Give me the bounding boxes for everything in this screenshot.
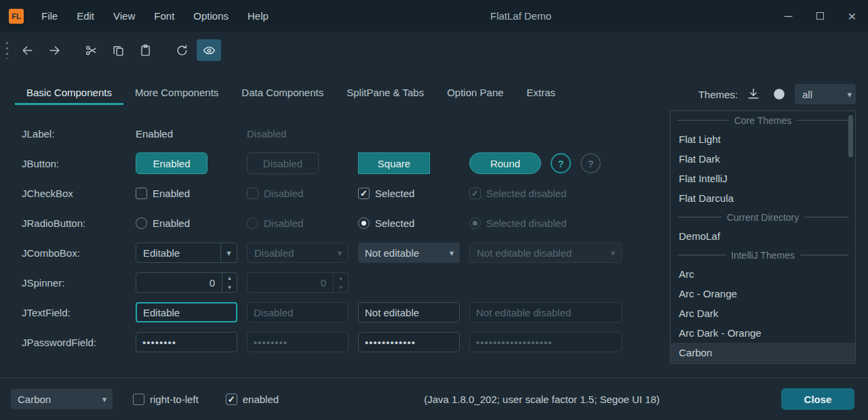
menu-options[interactable]: Options — [184, 5, 238, 26]
spinner-value: 0 — [248, 273, 333, 292]
jcheckbox-row-label: JCheckBox — [22, 188, 136, 199]
spinner-arrows — [222, 273, 237, 292]
theme-item-flat-intellij[interactable]: Flat IntelliJ — [671, 169, 855, 188]
window-title: FlatLaf Demo — [490, 10, 551, 22]
passwordfield-editable[interactable]: •••••••• — [136, 332, 237, 352]
spinner-enabled[interactable]: 0 — [136, 272, 237, 293]
checkbox-label: Selected — [375, 188, 414, 199]
checkbox-label: enabled — [243, 394, 279, 405]
download-themes-button[interactable] — [743, 84, 764, 104]
textfield-disabled[interactable]: Disabled — [247, 302, 349, 322]
theme-item-flat-darcula[interactable]: Flat Darcula — [671, 188, 855, 208]
checkbox-disabled[interactable]: Disabled — [247, 188, 303, 199]
right-to-left-checkbox[interactable]: right-to-left — [133, 394, 199, 405]
enabled-button[interactable]: Enabled — [136, 152, 208, 174]
combobox-disabled[interactable]: Disabled ▾ — [247, 243, 349, 263]
app-logo: FL — [9, 9, 24, 24]
theme-list-scrollbar[interactable] — [848, 115, 853, 157]
checkbox-label: Selected disabled — [486, 188, 566, 199]
maximize-button[interactable] — [804, 0, 836, 32]
combobox-not-editable[interactable]: Not editable ▾ — [358, 243, 460, 263]
textfield-value: Editable — [143, 307, 180, 318]
chevron-down-icon[interactable]: ▾ — [220, 243, 237, 262]
theme-item-arc[interactable]: Arc — [671, 264, 855, 284]
checkbox-checked-icon — [358, 188, 370, 199]
minimize-icon: ─ — [785, 10, 792, 22]
radio-enabled[interactable]: Enabled — [136, 217, 190, 229]
theme-item-arc-orange[interactable]: Arc - Orange — [671, 284, 855, 303]
lookandfeel-combobox[interactable]: Carbon ▾ — [11, 389, 113, 409]
menu-edit[interactable]: Edit — [67, 5, 104, 26]
help-button[interactable]: ? — [551, 153, 571, 173]
theme-item-carbon[interactable]: Carbon — [671, 343, 855, 362]
tab-more-components[interactable]: More Components — [123, 80, 230, 105]
theme-item-flat-dark[interactable]: Flat Dark — [671, 149, 855, 169]
radio-selected-disabled[interactable]: Selected disabled — [469, 217, 566, 229]
close-window-button[interactable]: × — [836, 0, 868, 32]
theme-item-flat-light[interactable]: Flat Light — [671, 129, 855, 149]
tab-extras[interactable]: Extras — [515, 80, 568, 105]
basic-components-panel: JLabel: Enabled Disabled JButton: Enable… — [22, 119, 622, 357]
round-button[interactable]: Round — [469, 152, 541, 174]
textfield-not-editable[interactable]: Not editable — [358, 302, 460, 322]
forward-button[interactable] — [42, 39, 66, 61]
combobox-not-editable-disabled[interactable]: Not editable disabled ▾ — [469, 243, 622, 263]
show-hidden-toggle-button[interactable] — [197, 39, 221, 61]
disabled-button[interactable]: Disabled — [247, 152, 319, 174]
paste-icon — [139, 44, 152, 57]
tab-data-components[interactable]: Data Components — [230, 80, 335, 105]
refresh-button[interactable] — [170, 39, 194, 61]
checkbox-selected[interactable]: Selected — [358, 188, 414, 199]
checkbox-enabled[interactable]: Enabled — [136, 188, 190, 199]
paste-button[interactable] — [133, 39, 157, 61]
chevron-down-icon[interactable]: ▾ — [96, 389, 113, 409]
textfield-value: Not editable — [365, 307, 419, 318]
textfield-editable[interactable]: Editable — [136, 302, 237, 322]
theme-filter-combobox[interactable]: all ▾ — [795, 84, 856, 104]
tab-splitpane-tabs[interactable]: SplitPane & Tabs — [335, 80, 435, 105]
window-controls: ─ × — [772, 0, 868, 32]
radio-label: Selected disabled — [486, 217, 566, 229]
help-button-disabled[interactable]: ? — [580, 153, 601, 173]
passwordfield-not-editable-disabled[interactable]: •••••••••••••••••• — [469, 332, 622, 352]
password-dots: •••••••• — [254, 337, 288, 348]
spinner-up-icon[interactable] — [222, 273, 237, 282]
menu-file[interactable]: File — [32, 5, 67, 26]
jcheckbox-row: JCheckBox Enabled Disabled Selected — [22, 178, 622, 208]
toolbar-grip[interactable] — [6, 42, 8, 59]
download-icon — [747, 87, 760, 101]
spinner-value[interactable]: 0 — [136, 273, 222, 292]
radio-disabled[interactable]: Disabled — [247, 217, 303, 229]
radio-selected[interactable]: Selected — [358, 217, 414, 229]
passwordfield-disabled[interactable]: •••••••• — [247, 332, 349, 352]
theme-item-arc-dark[interactable]: Arc Dark — [671, 303, 855, 323]
tab-basic-components[interactable]: Basic Components — [15, 80, 123, 105]
cut-button[interactable] — [79, 39, 103, 61]
back-button[interactable] — [15, 39, 39, 61]
checkbox-selected-disabled[interactable]: Selected disabled — [469, 188, 566, 199]
passwordfield-not-editable[interactable]: •••••••••••• — [358, 332, 460, 352]
theme-item-arc-dark-orange[interactable]: Arc Dark - Orange — [671, 323, 855, 343]
menu-help[interactable]: Help — [238, 5, 278, 26]
back-icon — [21, 44, 34, 57]
menu-view[interactable]: View — [104, 5, 144, 26]
chevron-down-icon[interactable]: ▾ — [443, 243, 460, 263]
jtextfield-row: JTextField: Editable Disabled Not editab… — [22, 297, 622, 327]
theme-item-demolaf[interactable]: DemoLaf — [671, 226, 855, 246]
theme-filter-value: all — [802, 89, 847, 100]
minimize-button[interactable]: ─ — [772, 0, 804, 32]
textfield-not-editable-disabled[interactable]: Not editable disabled — [469, 302, 622, 322]
spinner-disabled[interactable]: 0 — [247, 272, 349, 293]
menu-font[interactable]: Font — [144, 5, 184, 26]
enabled-checkbox[interactable]: enabled — [226, 394, 279, 405]
radio-selected-icon — [358, 217, 370, 229]
github-button[interactable] — [769, 84, 789, 104]
checkbox-checked-icon — [469, 188, 481, 199]
combobox-editable[interactable]: Editable ▾ — [136, 243, 237, 263]
tab-option-pane[interactable]: Option Pane — [435, 80, 515, 105]
square-button[interactable]: Square — [358, 152, 430, 174]
close-button[interactable]: Close — [781, 388, 854, 410]
jradiobutton-row: JRadioButton: Enabled Disabled Selected — [22, 208, 622, 238]
spinner-down-icon[interactable] — [222, 282, 237, 292]
copy-button[interactable] — [106, 39, 130, 61]
